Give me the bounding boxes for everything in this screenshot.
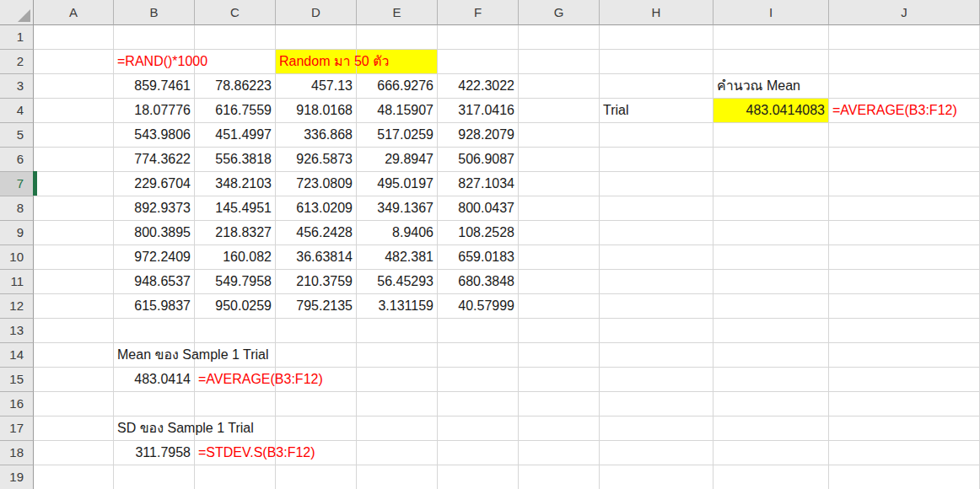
row-header-13[interactable]: 13 (0, 319, 34, 343)
cell-D11[interactable]: 210.3759 (276, 270, 357, 294)
cell-B16[interactable] (114, 392, 195, 416)
row-header-19[interactable]: 19 (0, 465, 34, 489)
cell-F14[interactable] (438, 343, 519, 368)
cell-E4[interactable]: 48.15907 (357, 99, 438, 123)
cell-D3[interactable]: 457.13 (276, 74, 357, 99)
cell-H12[interactable] (600, 294, 713, 319)
cell-I11[interactable] (713, 270, 829, 294)
cell-A3[interactable] (34, 74, 114, 99)
column-header-A[interactable]: A (34, 0, 114, 25)
cell-I7[interactable] (713, 172, 829, 196)
cell-F8[interactable]: 800.0437 (438, 196, 519, 221)
row-header-12[interactable]: 12 (0, 294, 34, 319)
cell-J4[interactable]: =AVERAGE(B3:F12) (829, 99, 980, 123)
cell-G17[interactable] (519, 416, 600, 441)
cell-C11[interactable]: 549.7958 (195, 270, 276, 294)
cell-B11[interactable]: 948.6537 (114, 270, 195, 294)
cell-I4[interactable]: 483.0414083 (713, 99, 829, 123)
cell-G14[interactable] (519, 343, 600, 368)
cell-H19[interactable] (600, 465, 713, 489)
cell-J15[interactable] (829, 368, 980, 392)
cell-E18[interactable] (357, 441, 438, 465)
cell-E13[interactable] (357, 319, 438, 343)
cell-G8[interactable] (519, 196, 600, 221)
cell-I3[interactable]: คำนวณ Mean (713, 74, 829, 99)
cell-E1[interactable] (357, 25, 438, 50)
row-header-3[interactable]: 3 (0, 74, 34, 99)
cell-F1[interactable] (438, 25, 519, 50)
cell-E5[interactable]: 517.0259 (357, 123, 438, 148)
cell-E16[interactable] (357, 392, 438, 416)
cell-A14[interactable] (34, 343, 114, 368)
cell-I18[interactable] (713, 441, 829, 465)
cell-B1[interactable] (114, 25, 195, 50)
cell-E6[interactable]: 29.8947 (357, 148, 438, 172)
cell-A6[interactable] (34, 148, 114, 172)
cell-F18[interactable] (438, 441, 519, 465)
cell-J9[interactable] (829, 221, 980, 245)
cell-J14[interactable] (829, 343, 980, 368)
cell-I2[interactable] (713, 50, 829, 74)
cell-I1[interactable] (713, 25, 829, 50)
cell-J11[interactable] (829, 270, 980, 294)
cell-E8[interactable]: 349.1367 (357, 196, 438, 221)
cell-A5[interactable] (34, 123, 114, 148)
cell-A13[interactable] (34, 319, 114, 343)
cell-H17[interactable] (600, 416, 713, 441)
cell-F9[interactable]: 108.2528 (438, 221, 519, 245)
cell-A1[interactable] (34, 25, 114, 50)
cell-A16[interactable] (34, 392, 114, 416)
cell-A11[interactable] (34, 270, 114, 294)
cell-D17[interactable] (276, 416, 357, 441)
cell-I6[interactable] (713, 148, 829, 172)
row-header-15[interactable]: 15 (0, 368, 34, 392)
select-all-corner[interactable] (0, 0, 34, 25)
cell-A7[interactable] (34, 172, 114, 196)
cell-A15[interactable] (34, 368, 114, 392)
cell-B4[interactable]: 18.07776 (114, 99, 195, 123)
row-header-5[interactable]: 5 (0, 123, 34, 148)
cell-F3[interactable]: 422.3022 (438, 74, 519, 99)
cell-A8[interactable] (34, 196, 114, 221)
cell-F16[interactable] (438, 392, 519, 416)
cell-D16[interactable] (276, 392, 357, 416)
cell-D9[interactable]: 456.2428 (276, 221, 357, 245)
cell-D5[interactable]: 336.868 (276, 123, 357, 148)
cell-G3[interactable] (519, 74, 600, 99)
cell-C13[interactable] (195, 319, 276, 343)
cell-F10[interactable]: 659.0183 (438, 245, 519, 270)
cell-F5[interactable]: 928.2079 (438, 123, 519, 148)
cell-B3[interactable]: 859.7461 (114, 74, 195, 99)
cell-C8[interactable]: 145.4951 (195, 196, 276, 221)
cell-B10[interactable]: 972.2409 (114, 245, 195, 270)
row-header-4[interactable]: 4 (0, 99, 34, 123)
cell-C16[interactable] (195, 392, 276, 416)
cell-G16[interactable] (519, 392, 600, 416)
cell-G19[interactable] (519, 465, 600, 489)
cell-B14[interactable]: Mean ของ Sample 1 Trial (114, 343, 195, 368)
cell-C9[interactable]: 218.8327 (195, 221, 276, 245)
column-header-H[interactable]: H (600, 0, 713, 25)
cell-H15[interactable] (600, 368, 713, 392)
cell-J19[interactable] (829, 465, 980, 489)
cell-B5[interactable]: 543.9806 (114, 123, 195, 148)
cell-F15[interactable] (438, 368, 519, 392)
cell-G6[interactable] (519, 148, 600, 172)
cell-H4[interactable]: Trial (600, 99, 713, 123)
cell-C7[interactable]: 348.2103 (195, 172, 276, 196)
cell-G18[interactable] (519, 441, 600, 465)
cell-J12[interactable] (829, 294, 980, 319)
column-header-C[interactable]: C (195, 0, 276, 25)
cell-E9[interactable]: 8.9406 (357, 221, 438, 245)
cell-H6[interactable] (600, 148, 713, 172)
column-header-G[interactable]: G (519, 0, 600, 25)
cell-J17[interactable] (829, 416, 980, 441)
cell-I15[interactable] (713, 368, 829, 392)
cell-H8[interactable] (600, 196, 713, 221)
cell-F2[interactable] (438, 50, 519, 74)
cell-H18[interactable] (600, 441, 713, 465)
cell-I9[interactable] (713, 221, 829, 245)
cell-C1[interactable] (195, 25, 276, 50)
cell-D2[interactable]: Random มา 50 ตัว (276, 50, 357, 74)
cell-H10[interactable] (600, 245, 713, 270)
